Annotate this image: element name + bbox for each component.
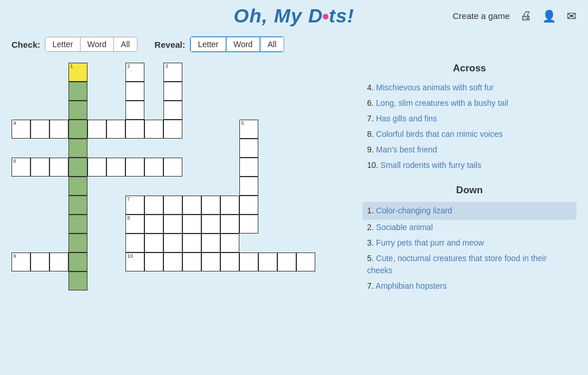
cell-9-10[interactable] <box>201 234 220 252</box>
cell-8-6[interactable]: 8 <box>125 215 144 234</box>
cell-9-8[interactable] <box>163 234 182 252</box>
check-letter-button[interactable]: Letter <box>45 37 81 51</box>
cell-9-7[interactable] <box>144 234 163 252</box>
cell-10-2[interactable] <box>49 252 68 271</box>
cell-2-8[interactable] <box>163 101 182 120</box>
down-section: Down 1. Color-changing lizard 2. Sociabl… <box>362 185 576 294</box>
reveal-buttons: Letter Word All <box>190 36 284 52</box>
cell-10-8[interactable] <box>163 252 182 271</box>
cell-5-6[interactable] <box>125 158 144 177</box>
cell-3-5[interactable] <box>106 120 125 139</box>
clue-across-10[interactable]: 10. Small rodents with furry tails <box>362 158 576 173</box>
cell-3-8[interactable] <box>163 120 182 139</box>
cell-10-15[interactable] <box>296 252 315 271</box>
cell-5-4[interactable] <box>87 158 106 177</box>
clue-down-2[interactable]: 2. Sociable animal <box>362 220 576 235</box>
cell-8-7[interactable] <box>144 215 163 234</box>
create-game-button[interactable]: Create a game <box>453 11 510 21</box>
cell-7-10[interactable] <box>201 196 220 215</box>
cell-9-3[interactable] <box>68 234 87 252</box>
clue-down-5[interactable]: 5. Cute, nocturnal creatures that store … <box>362 251 576 278</box>
logo: Oh, My Dts! <box>234 5 354 27</box>
cell-0-6[interactable]: 2 <box>125 63 144 82</box>
cell-3-4[interactable] <box>87 120 106 139</box>
user-button[interactable]: 👤 <box>542 9 556 23</box>
cell-10-6[interactable]: 10 <box>125 252 144 271</box>
cell-7-9[interactable] <box>182 196 201 215</box>
clue-down-7[interactable]: 7. Amphibian hopsters <box>362 278 576 294</box>
clue-across-7[interactable]: 7. Has gills and fins <box>362 111 576 127</box>
cell-5-3[interactable] <box>68 158 87 177</box>
cell-10-7[interactable] <box>144 252 163 271</box>
cell-0-8[interactable]: 3 <box>163 63 182 82</box>
cell-8-10[interactable] <box>201 215 220 234</box>
cell-3-1[interactable] <box>30 120 49 139</box>
cell-4-12[interactable] <box>239 139 258 158</box>
cell-5-1[interactable] <box>30 158 49 177</box>
cell-10-13[interactable] <box>258 252 277 271</box>
cell-3-2[interactable] <box>49 120 68 139</box>
clue-across-9[interactable]: 9. Man's best friend <box>362 142 576 158</box>
cell-8-3[interactable] <box>68 215 87 234</box>
cell-11-3[interactable] <box>68 271 87 290</box>
reveal-word-button[interactable]: Word <box>226 37 260 52</box>
cell-9-9[interactable] <box>182 234 201 252</box>
cell-10-9[interactable] <box>182 252 201 271</box>
across-section: Across 4. Mischievous animals with soft … <box>362 63 576 173</box>
cell-4-3[interactable] <box>68 139 87 158</box>
print-button[interactable]: 🖨 <box>520 9 532 22</box>
cell-10-12[interactable] <box>239 252 258 271</box>
cell-7-3[interactable] <box>68 196 87 215</box>
cell-1-6[interactable] <box>125 82 144 101</box>
reveal-all-button[interactable]: All <box>260 37 284 52</box>
check-buttons: Letter Word All <box>45 37 138 52</box>
cell-1-8[interactable] <box>163 82 182 101</box>
reveal-group: Reveal: Letter Word All <box>155 36 284 52</box>
cell-2-3[interactable] <box>68 101 87 120</box>
mail-button[interactable]: ✉ <box>567 9 576 23</box>
clue-across-6[interactable]: 6. Long, slim creatures with a bushy tai… <box>362 95 576 111</box>
cell-9-6[interactable] <box>125 234 144 252</box>
cell-5-5[interactable] <box>106 158 125 177</box>
cell-6-3[interactable] <box>68 177 87 196</box>
cell-3-7[interactable] <box>144 120 163 139</box>
controls-bar: Check: Letter Word All Reveal: Letter Wo… <box>0 32 588 57</box>
cell-8-8[interactable] <box>163 215 182 234</box>
reveal-letter-button[interactable]: Letter <box>190 37 226 52</box>
clue-down-3[interactable]: 3. Furry pets that purr and meow <box>362 235 576 251</box>
cell-1-3[interactable] <box>68 82 87 101</box>
cell-10-11[interactable] <box>220 252 239 271</box>
cell-10-3[interactable] <box>68 252 87 271</box>
check-all-button[interactable]: All <box>114 37 137 51</box>
cell-3-12[interactable]: 5 <box>239 120 258 139</box>
cell-10-1[interactable] <box>30 252 49 271</box>
cell-3-3[interactable] <box>68 120 87 139</box>
check-word-button[interactable]: Word <box>81 37 114 51</box>
clue-across-4[interactable]: 4. Mischievous animals with soft fur <box>362 80 576 95</box>
cell-3-6[interactable] <box>125 120 144 139</box>
cell-5-7[interactable] <box>144 158 163 177</box>
cell-6-12[interactable] <box>239 177 258 196</box>
cell-5-0[interactable]: 6 <box>12 158 30 177</box>
cell-7-7[interactable] <box>144 196 163 215</box>
clue-across-8[interactable]: 8. Colorful birds that can mimic voices <box>362 127 576 142</box>
cell-8-12[interactable] <box>239 215 258 234</box>
cell-2-6[interactable] <box>125 101 144 120</box>
cell-7-8[interactable] <box>163 196 182 215</box>
cell-5-2[interactable] <box>49 158 68 177</box>
cell-3-0[interactable]: 4 <box>12 120 30 139</box>
cell-0-3[interactable]: 1 <box>68 63 87 82</box>
clue-down-1[interactable]: 1. Color-changing lizard <box>362 202 576 220</box>
cell-8-9[interactable] <box>182 215 201 234</box>
cell-8-11[interactable] <box>220 215 239 234</box>
cell-7-12[interactable] <box>239 196 258 215</box>
cell-10-0[interactable]: 9 <box>12 252 30 271</box>
cell-5-8[interactable] <box>163 158 182 177</box>
cell-10-10[interactable] <box>201 252 220 271</box>
check-label: Check: <box>12 40 40 49</box>
cell-7-11[interactable] <box>220 196 239 215</box>
cell-7-6[interactable]: 7 <box>125 196 144 215</box>
cell-5-12[interactable] <box>239 158 258 177</box>
cell-9-11[interactable] <box>220 234 239 252</box>
cell-10-14[interactable] <box>277 252 296 271</box>
